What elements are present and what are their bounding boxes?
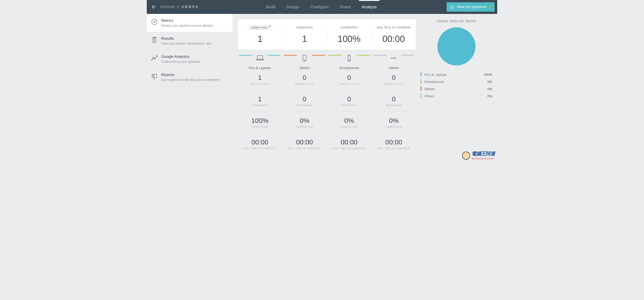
stat-value: 100% [238,117,282,124]
svg-point-9 [153,75,154,77]
phone-icon [342,55,357,62]
legend-color-icon [420,79,422,84]
stat-value: 00:00 [282,138,327,146]
legend-color-icon [420,72,422,77]
nav-share[interactable]: Share [334,0,356,14]
stat-value: 0 [282,74,327,81]
form-title: IPHONE X 消費滿意度 [160,0,199,14]
legend-row: PCs & Laptops 100% [420,71,492,78]
laptop-icon [252,55,268,62]
legend: PCs & Laptops 100% Smartphones 0% Tablet… [420,71,492,100]
summary-responses-label: responses [282,25,327,30]
sidebar-title: Reports [161,73,219,77]
stat-label: RESPONSES [238,104,282,107]
stat-label: COMPLETION [372,126,416,128]
stat-value: 0 [372,95,416,103]
watermark-face-icon [462,152,470,160]
stat-label: COMPLETION [238,126,282,128]
watermark: 電腦王阿達 http://www.kocpc.com.tw [462,151,495,160]
tablet-icon [297,55,312,62]
stat-value: 0% [327,117,372,124]
sidebar-item-analytics[interactable]: Google Analytics Track visits to your ty… [147,50,232,68]
legend-color-icon [420,87,422,91]
device-name: Tablets [282,66,327,70]
pie-title: unique visits per device [420,19,492,23]
nav-configure[interactable]: Configure [305,0,334,14]
stat-label: AVG. TIME TO COMPLETE [327,147,372,150]
sidebar-title: Metrics [161,18,213,23]
stat-label: AVG. TIME TO COMPLETE [282,147,327,150]
nav-analyze[interactable]: Analyze [356,0,382,14]
stat-value: 1 [238,95,282,103]
sidebar-subtitle: Monitor your typeform across devices [161,24,213,27]
svg-point-14 [349,60,349,61]
app-header: IPHONE X 消費滿意度 Build Design Configure Sh… [147,0,497,14]
chart-icon [151,55,158,62]
nav-build[interactable]: Build [260,0,281,14]
stat-label: AVG. TIME TO COMPLETE [372,147,416,150]
stat-value: 00:00 [238,138,282,146]
stat-value: 00:00 [372,138,416,146]
nav-design[interactable]: Design [281,0,305,14]
stat-label: UNIQUE VISITS [282,83,327,85]
unique-visits-select[interactable]: unique visits [248,25,272,30]
sidebar-title: Results [161,36,212,41]
device-name: Others [372,66,416,70]
clipboard-icon [151,36,158,44]
stat-value: 0 [282,95,327,103]
summary-responses: 1 [282,34,327,44]
svg-rect-10 [257,56,262,59]
legend-row: Tablets 0% [420,85,492,92]
stat-label: UNIQUE VISITS [327,83,372,85]
legend-color-icon [420,94,422,98]
stat-label: RESPONSES [327,104,372,107]
presentation-icon [151,73,158,80]
stat-value: 0% [282,117,327,124]
stat-label: UNIQUE VISITS [372,83,416,85]
back-button[interactable] [147,0,160,14]
summary-completion-label: completion [327,25,372,30]
summary-unique-visits: 1 [238,34,282,44]
sidebar-subtitle: Track visits to your typeform [161,60,200,64]
legend-row: Others 0% [420,92,492,100]
stat-value: 1 [238,74,282,81]
gauge-icon [151,18,158,26]
sidebar-item-reports[interactable]: Reports Get insights into the data you'v… [147,68,232,86]
right-panel: unique visits per device PCs & Laptops 1… [420,19,492,100]
sidebar: Metrics Monitor your typeform across dev… [147,14,232,86]
stat-label: COMPLETION [282,126,327,128]
sidebar-item-metrics[interactable]: Metrics Monitor your typeform across dev… [147,14,232,32]
view-typeform-button[interactable]: View my typeform [446,2,494,12]
status-dot-icon [489,6,491,8]
main-nav: Build Design Configure Share Analyze [199,0,444,14]
pie-chart [438,27,476,66]
stat-label: AVG. TIME TO COMPLETE [238,147,282,150]
dots-icon [386,55,401,62]
summary-avg: 00:00 [371,34,416,44]
device-name: Smartphones [327,66,372,70]
stat-value: 0 [372,74,416,81]
sidebar-subtitle: Get insights into the data you've collec… [161,78,219,82]
summary-avg-label: avg. time to complete [371,25,416,30]
stat-value: 0 [327,95,372,103]
svg-rect-16 [393,58,394,59]
summary-card: unique visits 1 responses 1 completion 1… [238,19,416,50]
legend-row: Smartphones 0% [420,78,492,85]
svg-point-12 [304,60,305,61]
view-typeform-label: View my typeform [456,5,487,9]
stat-label: UNIQUE VISITS [238,83,282,85]
sidebar-item-results[interactable]: Results View your results / download to … [147,32,232,50]
svg-point-1 [154,22,155,23]
stat-label: COMPLETION [327,126,372,128]
device-name: PCs & Laptops [238,66,282,70]
stat-label: RESPONSES [282,104,327,107]
stat-label: RESPONSES [372,104,416,107]
sidebar-title: Google Analytics [161,55,200,59]
svg-rect-17 [395,58,396,59]
stat-value: 00:00 [327,138,372,146]
sidebar-subtitle: View your results / download to .xlsx [161,42,212,45]
stat-value: 0% [372,117,416,124]
svg-rect-15 [392,58,392,59]
stat-value: 0 [327,74,372,81]
arrow-left-icon [150,4,156,10]
